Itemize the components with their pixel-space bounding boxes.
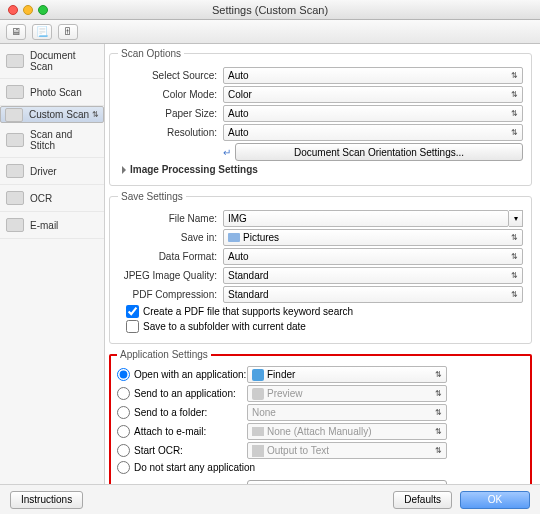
image-processing-disclosure[interactable]: Image Processing Settings	[122, 164, 523, 175]
label-color-mode: Color Mode:	[118, 89, 223, 100]
radio-do-not-start[interactable]: Do not start any application	[117, 461, 255, 474]
email-icon	[6, 218, 24, 232]
label-data-format: Data Format:	[118, 251, 223, 262]
save-settings-legend: Save Settings	[118, 191, 186, 202]
select-jpeg-quality[interactable]: Standard	[223, 267, 523, 284]
checkbox-pdf-keyword[interactable]: Create a PDF file that supports keyword …	[126, 305, 523, 318]
window-title: Settings (Custom Scan)	[0, 4, 540, 16]
sidebar-item-label: E-mail	[30, 220, 58, 231]
label-save-in: Save in:	[118, 232, 223, 243]
label-file-name: File Name:	[118, 213, 223, 224]
ok-button[interactable]: OK	[460, 491, 530, 509]
radio-open-with-app[interactable]: Open with an application:	[117, 368, 247, 381]
sidebar-item-photo[interactable]: Photo Scan	[0, 79, 104, 106]
checkbox-subfolder-date[interactable]: Save to a subfolder with current date	[126, 320, 523, 333]
sidebar-item-stitch[interactable]: Scan and Stitch	[0, 123, 104, 158]
toolbar: 🖥 📃 🎚	[0, 20, 540, 44]
document-icon	[6, 54, 24, 68]
tab-scan-from-panel[interactable]: 📃	[32, 24, 52, 40]
content: Scan Options Select Source:Auto Color Mo…	[105, 44, 540, 484]
scan-options-legend: Scan Options	[118, 48, 184, 59]
select-ocr-output[interactable]: Output to Text	[247, 442, 447, 459]
sidebar-item-label: Driver	[30, 166, 57, 177]
save-settings-group: Save Settings File Name:IMG▾ Save in:Pic…	[109, 191, 532, 344]
label-pdf-compression: PDF Compression:	[118, 289, 223, 300]
select-data-format[interactable]: Auto	[223, 248, 523, 265]
sidebar-item-email[interactable]: E-mail	[0, 212, 104, 239]
driver-icon	[6, 164, 24, 178]
preview-icon	[252, 388, 264, 400]
finder-icon	[252, 369, 264, 381]
select-paper-size[interactable]: Auto	[223, 105, 523, 122]
select-resolution[interactable]: Auto	[223, 124, 523, 141]
orientation-icon: ↵	[223, 147, 231, 158]
file-name-dropdown[interactable]: ▾	[509, 210, 523, 227]
label-select-source: Select Source:	[118, 70, 223, 81]
sidebar-item-ocr[interactable]: OCR	[0, 185, 104, 212]
file-name-field[interactable]: IMG	[223, 210, 509, 227]
application-settings-legend: Application Settings	[117, 349, 211, 360]
select-save-in[interactable]: Pictures	[223, 229, 523, 246]
radio-start-ocr[interactable]: Start OCR:	[117, 444, 247, 457]
footer: Instructions Defaults OK	[0, 484, 540, 514]
sidebar-item-custom[interactable]: Custom Scan	[0, 106, 104, 123]
photo-icon	[6, 85, 24, 99]
sidebar-item-label: Scan and Stitch	[30, 129, 98, 151]
more-functions-button[interactable]: More Functions	[247, 480, 447, 484]
ocr-icon	[6, 191, 24, 205]
chevron-right-icon	[122, 166, 126, 174]
select-send-app[interactable]: Preview	[247, 385, 447, 402]
mail-icon	[252, 427, 264, 436]
sidebar-item-label: OCR	[30, 193, 52, 204]
tab-scan-from-computer[interactable]: 🖥	[6, 24, 26, 40]
instructions-button[interactable]: Instructions	[10, 491, 83, 509]
label-jpeg-quality: JPEG Image Quality:	[118, 270, 223, 281]
application-settings-group: Application Settings Open with an applic…	[109, 349, 532, 484]
label-paper-size: Paper Size:	[118, 108, 223, 119]
folder-icon	[228, 233, 240, 242]
custom-icon	[5, 108, 23, 122]
sidebar-item-document[interactable]: Document Scan	[0, 44, 104, 79]
sidebar-item-label: Document Scan	[30, 50, 98, 72]
text-icon	[252, 445, 264, 457]
sidebar-item-driver[interactable]: Driver	[0, 158, 104, 185]
stitch-icon	[6, 133, 24, 147]
sidebar: Document Scan Photo Scan Custom Scan Sca…	[0, 44, 105, 484]
select-open-app[interactable]: Finder	[247, 366, 447, 383]
orientation-settings-button[interactable]: Document Scan Orientation Settings...	[235, 143, 523, 161]
scan-options-group: Scan Options Select Source:Auto Color Mo…	[109, 48, 532, 186]
select-send-folder[interactable]: None	[247, 404, 447, 421]
radio-attach-email[interactable]: Attach to e-mail:	[117, 425, 247, 438]
main: Document Scan Photo Scan Custom Scan Sca…	[0, 44, 540, 484]
sidebar-item-label: Photo Scan	[30, 87, 82, 98]
select-source[interactable]: Auto	[223, 67, 523, 84]
radio-send-to-folder[interactable]: Send to a folder:	[117, 406, 247, 419]
select-email-client[interactable]: None (Attach Manually)	[247, 423, 447, 440]
label-resolution: Resolution:	[118, 127, 223, 138]
select-pdf-compression[interactable]: Standard	[223, 286, 523, 303]
titlebar: Settings (Custom Scan)	[0, 0, 540, 20]
tab-general-settings[interactable]: 🎚	[58, 24, 78, 40]
radio-send-to-app[interactable]: Send to an application:	[117, 387, 247, 400]
defaults-button[interactable]: Defaults	[393, 491, 452, 509]
select-color-mode[interactable]: Color	[223, 86, 523, 103]
sidebar-item-label: Custom Scan	[29, 109, 89, 120]
